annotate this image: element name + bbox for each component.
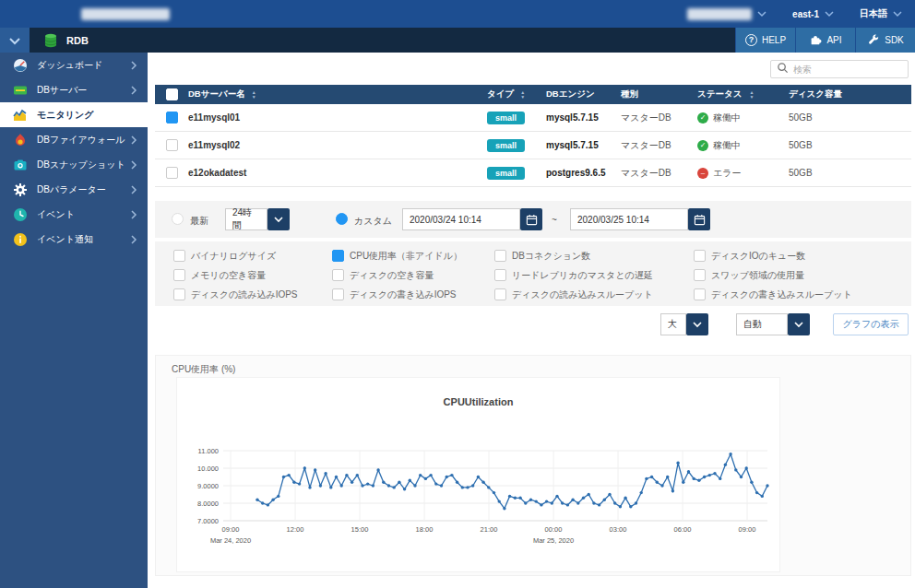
latest-radio[interactable]	[172, 213, 184, 225]
sidebar-item-event[interactable]: イベント	[0, 202, 148, 227]
service-brand: RDB	[42, 28, 89, 53]
language-selector[interactable]: 日本語	[860, 7, 902, 20]
select-all-checkbox[interactable]	[166, 88, 178, 100]
api-label: API	[826, 35, 841, 45]
svg-text:Mar 25, 2020: Mar 25, 2020	[533, 536, 574, 545]
sdk-wrench-icon	[867, 33, 880, 48]
sidebar-item-monitoring[interactable]: モニタリング	[0, 102, 148, 127]
graph-size-select[interactable]: 大	[660, 313, 686, 335]
sidebar-item-label: DBスナップショット	[37, 159, 129, 171]
sidebar-item-label: モニタリング	[37, 109, 138, 122]
region-selector[interactable]: east-1	[792, 9, 834, 19]
sidebar-item-db-server[interactable]: DBサーバー	[0, 77, 148, 102]
sort-icon: ▲▼	[252, 90, 256, 99]
refresh-select[interactable]: 自動	[736, 313, 788, 335]
svg-text:15:00: 15:00	[351, 525, 369, 534]
status-error-icon: –	[697, 168, 708, 179]
status-cell: ✓稼働中	[697, 139, 789, 152]
custom-radio[interactable]	[336, 213, 348, 225]
monitoring-chart-icon	[13, 108, 28, 123]
metric-checkbox[interactable]	[173, 250, 185, 262]
metric-checkbox[interactable]	[332, 269, 344, 281]
status-cell: –エラー	[697, 167, 789, 180]
svg-text:03:00: 03:00	[610, 525, 627, 534]
app-bar: RDB ? HELP API SDK	[0, 28, 915, 53]
metric-label: ディスクIOのキュー数	[711, 250, 805, 263]
status-label: 稼働中	[713, 139, 741, 152]
range-separator: ~	[552, 215, 557, 225]
disk-size: 50GB	[789, 168, 911, 178]
metric-checkbox-grid: バイナリログサイズCPU使用率（非アイドル）DBコネクション数ディスクIOのキュ…	[155, 241, 911, 306]
api-button[interactable]: API	[795, 28, 855, 53]
metric-checkbox[interactable]	[694, 288, 706, 300]
column-header-engine: DBエンジン	[546, 88, 621, 100]
row-checkbox[interactable]	[166, 139, 178, 151]
date-to-input[interactable]	[570, 208, 688, 230]
metric-checkbox[interactable]	[173, 288, 185, 300]
table-row: e12okadatestsmallpostgres9.6.5マスターDB–エラー…	[155, 159, 911, 187]
graph-size-chevron-button[interactable]	[686, 313, 708, 335]
table-row: e11mysql02smallmysql5.7.15マスターDB✓稼働中50GB	[155, 132, 911, 159]
db-server-name: e12okadatest	[188, 168, 487, 178]
svg-text:12:00: 12:00	[287, 525, 304, 534]
db-server-icon	[13, 83, 28, 98]
search-input[interactable]	[793, 65, 902, 75]
column-header-name[interactable]: DBサーバー名 ▲▼	[188, 88, 487, 100]
row-checkbox[interactable]	[166, 167, 178, 179]
account-menu[interactable]	[687, 8, 766, 20]
column-header-type[interactable]: タイプ ▲▼	[487, 88, 546, 100]
api-puzzle-icon	[809, 33, 822, 48]
chevron-right-icon	[129, 87, 138, 94]
metric-option: バイナリログサイズ	[173, 250, 332, 263]
chevron-right-icon	[129, 186, 138, 194]
column-header-kind: 種別	[621, 88, 697, 100]
db-engine: mysql5.7.15	[546, 112, 621, 123]
calendar-icon-button-to[interactable]	[688, 208, 710, 230]
calendar-icon-button-from[interactable]	[520, 208, 542, 230]
event-clock-icon	[13, 207, 28, 222]
sidebar-collapse-button[interactable]	[0, 28, 30, 53]
db-kind: マスターDB	[621, 167, 697, 180]
metric-label: ディスクの書き込みスループット	[711, 288, 852, 301]
svg-text:09:00: 09:00	[222, 525, 240, 534]
sidebar-item-event-notification[interactable]: イベント通知	[0, 227, 148, 252]
metric-checkbox[interactable]	[173, 269, 185, 281]
period-select[interactable]: 24時間	[225, 208, 267, 230]
metric-checkbox[interactable]	[332, 288, 344, 300]
db-server-name: e11mysql02	[188, 140, 487, 150]
metric-option: リードレプリカのマスタとの遅延	[494, 269, 694, 282]
status-label: 稼働中	[713, 112, 741, 124]
sidebar-item-db-parameter[interactable]: DBパラメーター	[0, 177, 148, 202]
metric-checkbox[interactable]	[494, 288, 506, 300]
metric-label: CPU使用率（非アイドル）	[350, 250, 462, 263]
refresh-chevron-button[interactable]	[788, 313, 810, 335]
svg-text:11.000: 11.000	[198, 447, 219, 455]
sidebar-item-db-firewall[interactable]: DBファイアウォール	[0, 127, 148, 152]
sidebar-item-db-snapshot[interactable]: DBスナップショット	[0, 152, 148, 177]
show-graph-button[interactable]: グラフの表示	[833, 313, 909, 335]
svg-text:8.0000: 8.0000	[197, 500, 219, 508]
metric-option: ディスクの読み込みIOPS	[173, 288, 332, 301]
redacted-console-name	[81, 8, 170, 20]
date-from-input[interactable]	[402, 208, 520, 230]
metric-checkbox[interactable]	[694, 250, 706, 262]
metric-checkbox[interactable]	[332, 250, 344, 262]
db-kind: マスターDB	[621, 112, 697, 124]
sdk-button[interactable]: SDK	[855, 28, 915, 53]
row-checkbox[interactable]	[166, 112, 178, 123]
column-header-status[interactable]: ステータス ▲▼	[697, 88, 789, 100]
svg-text:7.0000: 7.0000	[197, 517, 219, 525]
metric-checkbox[interactable]	[494, 269, 506, 281]
metric-checkbox[interactable]	[494, 250, 506, 262]
disk-size: 50GB	[789, 112, 911, 123]
help-icon: ?	[745, 34, 757, 46]
type-badge: small	[487, 112, 525, 124]
period-select-chevron-button[interactable]	[267, 208, 290, 230]
sidebar-nav: ダッシュボードDBサーバーモニタリングDBファイアウォールDBスナップショットD…	[0, 53, 148, 588]
chevron-down-icon	[757, 10, 766, 18]
metric-checkbox[interactable]	[694, 269, 706, 281]
sdk-label: SDK	[885, 35, 904, 45]
help-button[interactable]: ? HELP	[735, 28, 795, 53]
chart-card: CPU使用率 (%) CPUUtilization 11.00010.0009.…	[155, 355, 911, 576]
sidebar-item-dashboard[interactable]: ダッシュボード	[0, 53, 148, 77]
